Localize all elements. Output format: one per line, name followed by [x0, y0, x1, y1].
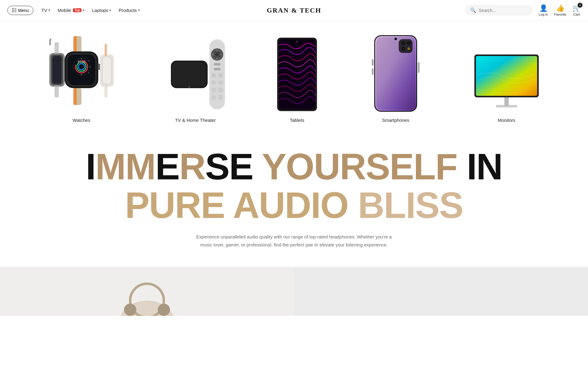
svg-point-66 — [408, 43, 409, 44]
menu-dots-icon — [12, 8, 16, 12]
watch-image: 10:09 — [48, 33, 115, 113]
mobile-badge: Top — [73, 8, 81, 12]
tv-label: TV & Home Theater — [175, 118, 216, 123]
nav-tv[interactable]: TV ▾ — [38, 6, 53, 15]
svg-rect-77 — [504, 97, 509, 106]
phone-image — [365, 33, 426, 113]
nav-products-label: Products — [119, 8, 137, 13]
category-monitors[interactable]: Monitors — [473, 33, 540, 123]
svg-rect-80 — [476, 56, 537, 96]
svg-point-85 — [158, 304, 170, 316]
nav-right: 🔍 👤 Log in 👍 Favorite 🛒 4 Cart — [465, 4, 581, 16]
login-label: Log in — [539, 13, 548, 16]
category-tablets[interactable]: Tablets — [276, 33, 318, 123]
nav-tv-label: TV — [41, 8, 47, 13]
login-button[interactable]: 👤 Log in — [539, 4, 548, 16]
nav-products[interactable]: Products ▾ — [115, 6, 143, 15]
svg-point-31 — [188, 86, 190, 88]
svg-rect-30 — [172, 62, 206, 87]
svg-rect-1 — [74, 36, 77, 53]
svg-point-52 — [218, 95, 223, 100]
watches-label: Watches — [73, 118, 90, 123]
svg-point-84 — [124, 304, 136, 316]
svg-point-9 — [90, 66, 91, 67]
search-input[interactable] — [479, 8, 528, 13]
nav-mobile-label: Mobile — [58, 8, 71, 13]
hero-description: Experience unparalleled audio quality wi… — [196, 233, 392, 249]
category-watches[interactable]: 10:09 — [48, 33, 115, 123]
svg-point-50 — [218, 88, 223, 92]
favorite-label: Favorite — [554, 13, 566, 16]
nav-links: TV ▾ Mobile Top ▾ Laptops ▾ Products ▾ — [38, 6, 143, 15]
svg-point-39 — [220, 53, 222, 56]
bottom-card-right[interactable] — [294, 267, 588, 316]
hero-title: IMMERSE YOURSELF IN PURE AUDIO BLISS — [12, 147, 576, 224]
svg-point-47 — [211, 80, 216, 85]
svg-rect-42 — [214, 68, 221, 70]
svg-rect-17 — [74, 88, 77, 105]
heart-icon: 👍 — [556, 4, 564, 12]
svg-point-72 — [395, 38, 397, 40]
chevron-icon: ▾ — [138, 8, 140, 12]
svg-point-70 — [408, 47, 410, 50]
svg-text:−: − — [220, 74, 221, 77]
svg-point-63 — [403, 43, 404, 44]
svg-rect-20 — [52, 56, 62, 84]
cart-count: 4 — [578, 3, 582, 8]
tablet-image — [276, 33, 318, 113]
menu-label: Menu — [18, 8, 29, 13]
svg-point-11 — [81, 74, 82, 75]
nav-laptops[interactable]: Laptops ▾ — [89, 6, 114, 15]
chevron-icon: ▾ — [48, 8, 50, 12]
navbar: Menu TV ▾ Mobile Top ▾ Laptops ▾ Product… — [0, 0, 588, 21]
svg-point-10 — [89, 73, 89, 73]
search-box[interactable]: 🔍 — [465, 5, 533, 16]
svg-rect-75 — [372, 68, 374, 75]
search-icon: 🔍 — [470, 7, 476, 13]
svg-rect-25 — [103, 58, 111, 84]
svg-rect-28 — [105, 44, 106, 56]
svg-rect-27 — [104, 85, 107, 97]
nav-mobile[interactable]: Mobile Top ▾ — [55, 6, 88, 15]
category-smartphones[interactable]: Smartphones — [365, 33, 426, 123]
svg-text:+: + — [213, 74, 215, 77]
nav-laptops-label: Laptops — [92, 8, 108, 13]
svg-point-40 — [216, 53, 219, 56]
user-icon: 👤 — [539, 4, 548, 12]
svg-point-49 — [211, 88, 216, 92]
favorite-button[interactable]: 👍 Favorite — [554, 4, 566, 16]
category-tv[interactable]: + − TV & Home Theater — [162, 33, 229, 123]
svg-point-38 — [212, 53, 214, 56]
bottom-card-left[interactable] — [0, 267, 294, 316]
chevron-icon: ▾ — [83, 8, 85, 12]
svg-point-37 — [216, 57, 218, 60]
svg-rect-60 — [399, 39, 413, 53]
svg-rect-21 — [55, 42, 59, 54]
cart-label: Cart — [573, 13, 580, 16]
svg-point-7 — [81, 58, 82, 59]
monitors-label: Monitors — [498, 118, 515, 123]
cart-button[interactable]: 🛒 4 Cart — [572, 4, 581, 16]
bottom-cards — [0, 267, 588, 316]
hero-line1: IMMERSE YOURSELF IN — [12, 147, 576, 186]
menu-button[interactable]: Menu — [7, 6, 33, 15]
hero-line2: PURE AUDIO BLISS — [12, 186, 576, 224]
svg-rect-73 — [418, 62, 420, 73]
tablets-label: Tablets — [290, 118, 304, 123]
svg-point-51 — [211, 95, 216, 100]
svg-point-69 — [403, 48, 404, 49]
chevron-icon: ▾ — [109, 8, 111, 12]
headphone-preview — [116, 276, 178, 316]
svg-point-56 — [296, 41, 298, 43]
svg-point-48 — [218, 80, 223, 85]
smartphones-label: Smartphones — [382, 118, 409, 123]
monitor-image — [473, 33, 540, 113]
svg-point-36 — [216, 49, 218, 52]
svg-rect-15 — [98, 64, 100, 70]
tv-image: + − — [162, 33, 229, 113]
svg-point-8 — [89, 60, 89, 61]
svg-rect-74 — [372, 59, 374, 66]
hero-section: IMMERSE YOURSELF IN PURE AUDIO BLISS Exp… — [0, 129, 588, 255]
svg-rect-41 — [214, 63, 221, 66]
svg-rect-22 — [55, 85, 59, 97]
